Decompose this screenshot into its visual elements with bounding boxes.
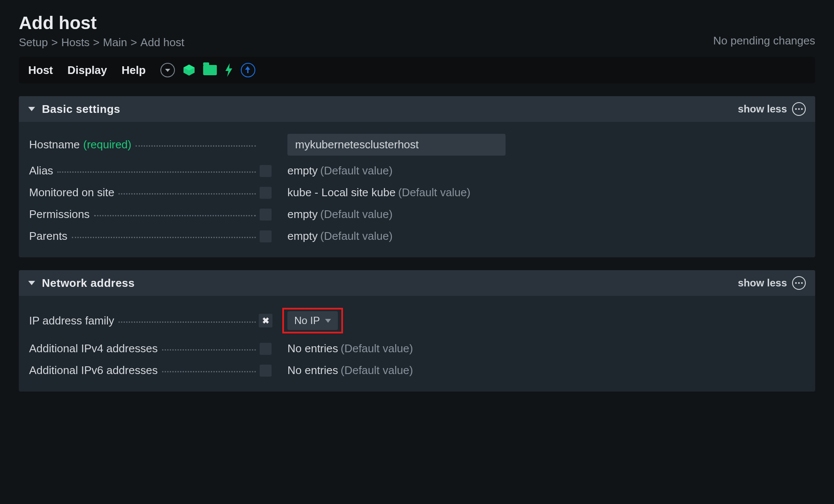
field-value: No entries (287, 342, 338, 355)
field-label: Hostname (29, 138, 80, 151)
svg-marker-2 (225, 63, 232, 77)
field-label: Additional IPv4 addresses (29, 342, 158, 355)
dropdown-icon[interactable] (160, 63, 175, 77)
breadcrumb-separator: > (130, 36, 137, 49)
field-label: Permissions (29, 208, 90, 221)
dots-divider (162, 349, 256, 351)
dots-divider (57, 171, 256, 173)
field-additional-ipv4: Additional IPv4 addresses No entries (De… (29, 338, 805, 360)
show-less-toggle[interactable]: show less (738, 276, 806, 290)
default-tag: (Default value) (341, 364, 413, 377)
more-icon[interactable] (792, 102, 806, 116)
chevron-down-icon (325, 319, 331, 323)
section-basic-settings: Basic settings show less Hostname (requi… (19, 96, 815, 257)
override-checkbox[interactable] (260, 343, 272, 355)
breadcrumb: Setup > Hosts > Main > Add host (19, 36, 184, 49)
more-icon[interactable] (792, 276, 806, 290)
default-tag: (Default value) (398, 186, 470, 199)
pending-changes-status[interactable]: No pending changes (713, 34, 815, 47)
section-title: Network address (42, 277, 135, 290)
required-tag: (required) (83, 138, 132, 151)
toolbar-help[interactable]: Help (121, 64, 145, 77)
remove-override-button[interactable]: ✖ (259, 314, 272, 327)
section-title: Basic settings (42, 103, 120, 116)
breadcrumb-item[interactable]: Main (103, 36, 127, 49)
field-label: Additional IPv6 addresses (29, 364, 158, 377)
default-tag: (Default value) (320, 164, 393, 177)
folder-icon[interactable] (203, 65, 217, 75)
dots-divider (118, 193, 256, 195)
close-icon: ✖ (262, 315, 269, 326)
show-less-toggle[interactable]: show less (738, 102, 806, 116)
breadcrumb-item: Add host (140, 36, 184, 49)
breadcrumb-item[interactable]: Setup (19, 36, 48, 49)
field-alias: Alias empty (Default value) (29, 160, 805, 182)
toolbar-host[interactable]: Host (28, 64, 53, 77)
bolt-icon[interactable] (225, 63, 233, 77)
page-title: Add host (19, 13, 184, 33)
field-parents: Parents empty (Default value) (29, 225, 805, 247)
field-label: Monitored on site (29, 186, 114, 199)
dots-divider (136, 145, 256, 147)
hostname-input[interactable] (287, 134, 506, 156)
field-value: empty (287, 208, 318, 221)
dots-divider (118, 321, 256, 323)
toolbar: Host Display Help (19, 57, 815, 83)
override-checkbox[interactable] (260, 165, 272, 177)
collapse-icon[interactable] (28, 281, 35, 285)
field-value: empty (287, 164, 318, 177)
breadcrumb-item[interactable]: Hosts (61, 36, 89, 49)
field-ip-address-family: IP address family ✖ No IP (29, 304, 805, 338)
dots-divider (72, 237, 256, 238)
default-tag: (Default value) (320, 230, 393, 243)
field-permissions: Permissions empty (Default value) (29, 203, 805, 225)
default-tag: (Default value) (320, 208, 393, 221)
collapse-icon[interactable] (28, 107, 35, 111)
breadcrumb-separator: > (51, 36, 58, 49)
field-monitored-on-site: Monitored on site kube - Local site kube… (29, 182, 805, 203)
breadcrumb-separator: > (93, 36, 100, 49)
cube-icon[interactable] (183, 64, 195, 77)
field-label: Parents (29, 230, 68, 243)
default-tag: (Default value) (341, 342, 413, 355)
field-hostname: Hostname (required) (29, 130, 805, 160)
field-value: kube - Local site kube (287, 186, 396, 199)
ip-family-dropdown[interactable]: No IP (287, 311, 338, 330)
field-value: No entries (287, 364, 338, 377)
field-value: empty (287, 230, 318, 243)
section-header: Basic settings show less (19, 96, 815, 122)
toggle-label: show less (738, 103, 787, 115)
upload-icon[interactable] (241, 63, 255, 77)
section-network-address: Network address show less IP address fam… (19, 270, 815, 392)
dots-divider (162, 371, 256, 372)
field-additional-ipv6: Additional IPv6 addresses No entries (De… (29, 360, 805, 381)
dropdown-value: No IP (294, 315, 320, 327)
override-checkbox[interactable] (260, 365, 272, 377)
field-label: IP address family (29, 314, 114, 327)
section-header: Network address show less (19, 270, 815, 296)
field-label: Alias (29, 164, 53, 177)
override-checkbox[interactable] (260, 209, 272, 221)
dots-divider (94, 215, 256, 216)
override-checkbox[interactable] (260, 230, 272, 242)
highlight-annotation: No IP (282, 308, 343, 333)
override-checkbox[interactable] (260, 187, 272, 199)
toolbar-display[interactable]: Display (68, 64, 107, 77)
toggle-label: show less (738, 277, 787, 289)
